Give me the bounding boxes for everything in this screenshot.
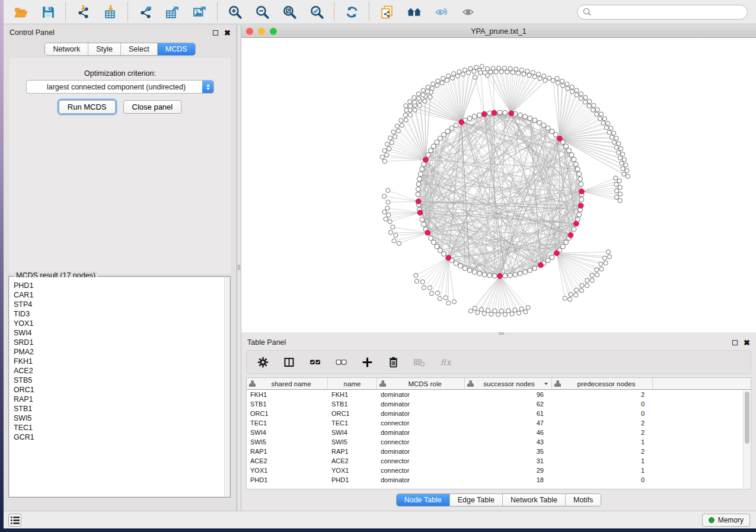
table-row[interactable]: PHD1PHD1dominator180 (247, 475, 751, 485)
network-window-titlebar[interactable]: YPA_prune.txt_1 (241, 25, 756, 38)
export-table-icon (165, 5, 180, 20)
mcds-result-item[interactable]: SRD1 (14, 338, 229, 347)
close-panel-icon[interactable]: ✖ (224, 29, 231, 37)
network-view-window: YPA_prune.txt_1 (241, 25, 756, 332)
window-minimize-icon[interactable] (258, 28, 265, 35)
search-input[interactable] (595, 8, 742, 16)
create-column-button[interactable] (361, 355, 374, 368)
export-table-button[interactable] (165, 4, 180, 20)
status-bar: Memory (4, 511, 756, 528)
column-header-shared-name[interactable]: shared name (247, 378, 328, 389)
search-box[interactable] (577, 5, 748, 20)
table-row[interactable]: TEC1TEC1connector472 (247, 418, 751, 428)
column-header-predecessor-nodes[interactable]: predecessor nodes (552, 378, 653, 389)
table-row[interactable]: ACE2ACE2connector311 (247, 456, 751, 466)
close-panel-icon[interactable]: ✖ (744, 339, 750, 347)
network-canvas[interactable] (241, 38, 756, 332)
control-panel-tabs: NetworkStyleSelectMCDS (4, 43, 237, 56)
mcds-list-scrollbar[interactable] (224, 277, 229, 496)
import-table-button[interactable] (103, 4, 118, 20)
mcds-result-item[interactable]: GCR1 (14, 432, 229, 442)
table-row[interactable]: SWI5SWI5connector431 (247, 437, 751, 447)
tab-node-table[interactable]: Node Table (397, 494, 450, 506)
task-history-button[interactable] (8, 514, 21, 527)
zoom-out-icon (255, 5, 270, 20)
zoom-fit-button[interactable] (282, 4, 297, 20)
tab-network[interactable]: Network (45, 43, 88, 55)
mcds-result-item[interactable]: PHD1 (14, 281, 229, 290)
table-panel-header: Table Panel ✖ (241, 335, 756, 350)
float-panel-icon[interactable] (213, 30, 218, 36)
tab-edge-table[interactable]: Edge Table (450, 494, 503, 506)
mcds-result-list[interactable]: PHD1CAR1STP4TID3YOX1SWI4SRD1PMA2FKH1ACE2… (9, 277, 229, 496)
show-all-icon (461, 5, 476, 20)
column-mode-icon (283, 356, 295, 368)
table-scrollbar[interactable] (743, 390, 750, 488)
export-network-button[interactable] (138, 4, 153, 20)
save-session-button[interactable] (40, 4, 56, 20)
mcds-result-item[interactable]: ORC1 (14, 385, 229, 395)
scrollbar-thumb[interactable] (745, 392, 749, 444)
tab-motifs[interactable]: Motifs (566, 494, 601, 506)
column-mode-button[interactable] (282, 355, 295, 368)
show-all-button[interactable] (461, 4, 476, 20)
close-panel-button[interactable]: Close panel (123, 100, 182, 114)
vertical-splitter[interactable] (237, 25, 241, 511)
mcds-result-item[interactable]: SWI5 (14, 414, 229, 423)
float-panel-icon[interactable] (732, 340, 738, 345)
splitter-grip[interactable] (238, 265, 240, 270)
select-stepper-icon[interactable] (202, 81, 213, 93)
column-type-icon (249, 380, 256, 387)
open-file-button[interactable] (13, 4, 28, 20)
mcds-result-item[interactable]: ACE2 (14, 366, 229, 376)
select-all-columns-icon (309, 356, 321, 368)
mcds-result-item[interactable]: CAR1 (14, 290, 229, 300)
tab-select[interactable]: Select (121, 43, 158, 55)
column-header-name[interactable]: name (328, 378, 377, 389)
mcds-result-item[interactable]: STB1 (14, 404, 229, 414)
mcds-result-item[interactable]: RAP1 (14, 395, 229, 404)
mcds-result-item[interactable]: STB5 (14, 376, 229, 385)
table-row[interactable]: RAP1RAP1dominator352 (247, 447, 751, 456)
mcds-result-item[interactable]: YOX1 (14, 319, 229, 328)
zoom-selected-button[interactable] (309, 4, 324, 20)
tab-style[interactable]: Style (88, 43, 121, 55)
zoom-out-button[interactable] (254, 4, 270, 20)
zoom-in-button[interactable] (227, 4, 243, 20)
mcds-result-item[interactable]: PMA2 (14, 347, 229, 357)
import-table-icon (103, 5, 118, 20)
column-header-successor-nodes[interactable]: successor nodes (465, 378, 552, 389)
import-network-button[interactable] (75, 4, 91, 20)
mcds-result-item[interactable]: TEC1 (14, 423, 229, 432)
mcds-result-item[interactable]: SWI4 (14, 328, 229, 338)
node-table[interactable]: shared namenameMCDS rolesuccessor nodesp… (246, 377, 751, 489)
table-row[interactable]: YOX1YOX1connector291 (247, 466, 751, 475)
refresh-view-button[interactable] (344, 4, 359, 20)
criterion-select[interactable]: largest connected component (undirected) (26, 80, 214, 94)
table-row[interactable]: SWI4SWI4dominator462 (247, 428, 751, 437)
table-settings-icon (257, 356, 269, 368)
column-header-MCDS-role[interactable]: MCDS role (377, 378, 465, 389)
table-row[interactable]: STB1STB1dominator620 (247, 399, 751, 409)
first-neighbors-button[interactable] (406, 4, 422, 20)
tab-network-table[interactable]: Network Table (503, 494, 566, 506)
table-row[interactable]: FKH1FKH1dominator962 (247, 390, 751, 399)
duplicate-network-button[interactable] (379, 4, 394, 20)
mcds-result-group: MCDS result (17 nodes) PHD1CAR1STP4TID3Y… (8, 276, 231, 498)
memory-button[interactable]: Memory (702, 514, 750, 527)
tab-mcds[interactable]: MCDS (158, 43, 195, 55)
table-row[interactable]: ORC1ORC1dominator610 (247, 409, 751, 418)
export-image-button[interactable] (192, 4, 208, 20)
table-settings-button[interactable] (256, 355, 269, 368)
network-graph[interactable] (241, 38, 756, 332)
run-mcds-button[interactable]: Run MCDS (59, 100, 116, 114)
hide-selected-button[interactable] (433, 4, 449, 20)
mcds-result-item[interactable]: STP4 (14, 300, 229, 309)
window-close-icon[interactable] (246, 28, 253, 35)
mcds-result-item[interactable]: FKH1 (14, 357, 229, 366)
mcds-result-item[interactable]: TID3 (14, 309, 229, 319)
unselect-all-columns-button[interactable] (334, 355, 347, 368)
window-maximize-icon[interactable] (270, 28, 277, 35)
select-all-columns-button[interactable] (308, 355, 321, 368)
delete-column-button[interactable] (387, 355, 400, 368)
